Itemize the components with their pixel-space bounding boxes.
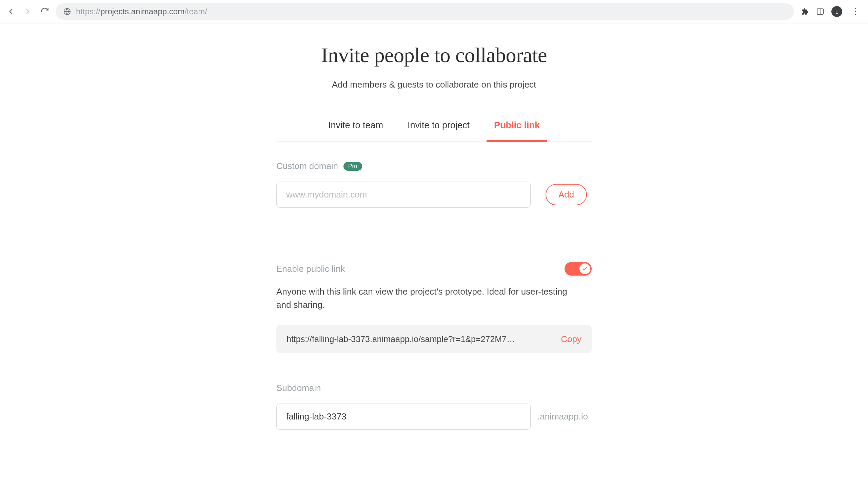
address-bar[interactable]: https://projects.animaapp.com/team/ — [56, 3, 794, 20]
custom-domain-text: Custom domain — [276, 161, 338, 171]
tab-invite-team[interactable]: Invite to team — [326, 109, 386, 142]
copy-button[interactable]: Copy — [561, 334, 581, 344]
browser-chrome: https://projects.animaapp.com/team/ L ⋮ — [0, 0, 868, 23]
public-link-url: https://falling-lab-3373.animaapp.io/sam… — [287, 334, 554, 344]
subdomain-input[interactable] — [276, 404, 531, 430]
toggle-knob — [579, 263, 590, 274]
url-text: https://projects.animaapp.com/team/ — [76, 7, 207, 16]
enable-public-link-label: Enable public link — [276, 264, 345, 274]
divider — [276, 367, 592, 367]
public-link-box: https://falling-lab-3373.animaapp.io/sam… — [276, 325, 592, 353]
public-link-description: Anyone with this link can view the proje… — [276, 285, 571, 312]
tab-public-link[interactable]: Public link — [491, 109, 542, 142]
tabs: Invite to team Invite to project Public … — [276, 109, 592, 142]
profile-avatar[interactable]: L — [831, 6, 842, 17]
avatar-letter: L — [835, 9, 838, 15]
svg-rect-1 — [817, 9, 823, 14]
reload-button[interactable] — [40, 7, 50, 16]
tab-invite-project[interactable]: Invite to project — [405, 109, 472, 142]
subdomain-suffix: .animaapp.io — [537, 411, 588, 422]
subdomain-label: Subdomain — [276, 383, 592, 393]
pro-badge: Pro — [343, 162, 362, 171]
custom-domain-input[interactable] — [276, 182, 531, 208]
browser-menu-icon[interactable]: ⋮ — [849, 6, 862, 17]
page-title: Invite people to collaborate — [276, 43, 592, 67]
globe-icon — [63, 7, 71, 16]
page-subtitle: Add members & guests to collaborate on t… — [276, 79, 592, 90]
back-button[interactable] — [6, 7, 16, 16]
subdomain-label-text: Subdomain — [276, 383, 321, 393]
enable-public-link-row: Enable public link — [276, 262, 592, 276]
page: Invite people to collaborate Add members… — [0, 23, 868, 443]
container: Invite people to collaborate Add members… — [276, 43, 592, 443]
custom-domain-row: Add — [276, 182, 592, 208]
extensions-icon[interactable] — [800, 7, 809, 16]
subdomain-row: .animaapp.io — [276, 404, 592, 430]
browser-right-icons: L ⋮ — [800, 6, 862, 17]
forward-button[interactable] — [23, 7, 33, 16]
custom-domain-label: Custom domain Pro — [276, 161, 592, 171]
panel-icon[interactable] — [816, 7, 825, 16]
add-domain-button[interactable]: Add — [546, 184, 587, 205]
nav-controls — [6, 7, 50, 16]
public-link-toggle[interactable] — [565, 262, 592, 276]
